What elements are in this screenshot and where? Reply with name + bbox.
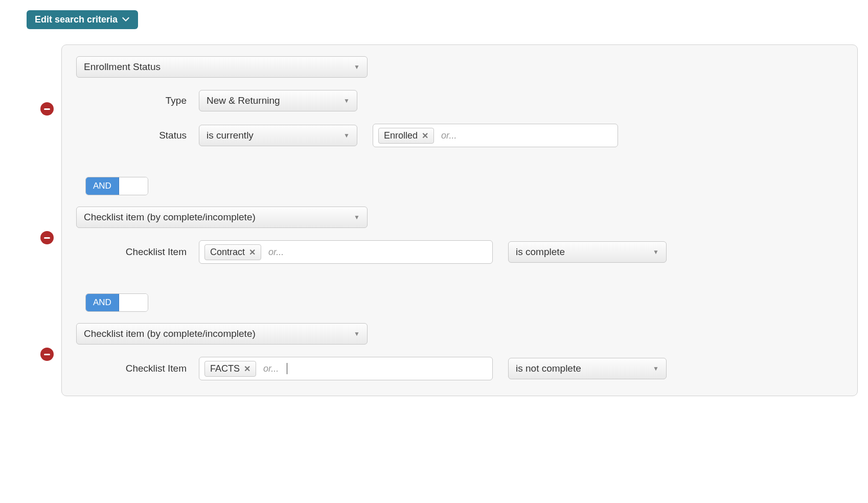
status-operator-select[interactable]: is currently ▼ xyxy=(199,125,357,146)
logic-toggle[interactable]: AND xyxy=(85,293,148,312)
tag-remove-icon[interactable]: ✕ xyxy=(249,247,256,257)
dropdown-arrow-icon: ▼ xyxy=(344,132,350,139)
status-tag: Enrolled ✕ xyxy=(378,128,434,144)
criteria-panel: Enrollment Status ▼ Type New & Returning… xyxy=(61,44,858,396)
checklist-operator-select[interactable]: is complete ▼ xyxy=(508,241,667,263)
edit-search-criteria-label: Edit search criteria xyxy=(35,14,118,25)
checklist-operator-value: is not complete xyxy=(516,363,581,374)
field-label-checklist-item: Checklist Item xyxy=(76,246,199,258)
tag-label: Contract xyxy=(210,247,245,258)
remove-criteria-icon[interactable] xyxy=(40,348,54,361)
dropdown-arrow-icon: ▼ xyxy=(344,97,350,104)
checklist-operator-value: is complete xyxy=(516,246,565,258)
category-select[interactable]: Checklist item (by complete/incomplete) … xyxy=(76,207,368,228)
field-row-type: Type New & Returning ▼ xyxy=(76,90,843,111)
category-select-value: Checklist item (by complete/incomplete) xyxy=(84,212,256,223)
field-label-status: Status xyxy=(76,130,199,141)
tag-label: Enrolled xyxy=(384,130,418,141)
checklist-tag-input[interactable]: Contract ✕ or... xyxy=(199,240,493,264)
logic-toggle-and: AND xyxy=(86,294,119,311)
tag-remove-icon[interactable]: ✕ xyxy=(422,131,428,141)
checklist-tag: FACTS ✕ xyxy=(204,361,256,377)
type-select[interactable]: New & Returning ▼ xyxy=(199,90,357,111)
type-select-value: New & Returning xyxy=(207,95,280,106)
edit-search-criteria-button[interactable]: Edit search criteria xyxy=(27,10,138,29)
text-cursor xyxy=(287,363,287,374)
dropdown-arrow-icon: ▼ xyxy=(653,365,659,372)
tag-placeholder: or... xyxy=(261,363,281,374)
logic-toggle-and: AND xyxy=(86,177,119,195)
dropdown-arrow-icon: ▼ xyxy=(354,63,360,71)
dropdown-arrow-icon: ▼ xyxy=(653,248,659,256)
checklist-tag: Contract ✕ xyxy=(204,244,261,260)
logic-toggle-empty xyxy=(119,177,148,195)
category-select[interactable]: Checklist item (by complete/incomplete) … xyxy=(76,323,368,345)
tag-label: FACTS xyxy=(210,363,240,374)
tag-remove-icon[interactable]: ✕ xyxy=(244,364,250,374)
dropdown-arrow-icon: ▼ xyxy=(354,214,360,221)
dropdown-arrow-icon: ▼ xyxy=(354,330,360,337)
field-row-checklist-item: Checklist Item Contract ✕ or... is compl… xyxy=(76,240,843,264)
status-operator-value: is currently xyxy=(207,130,254,141)
tag-placeholder: or... xyxy=(266,247,286,258)
field-label-type: Type xyxy=(76,95,199,106)
logic-toggle-empty xyxy=(119,294,148,311)
criteria-group: Checklist item (by complete/incomplete) … xyxy=(76,323,843,380)
remove-criteria-icon[interactable] xyxy=(40,102,54,116)
status-tag-input[interactable]: Enrolled ✕ or... xyxy=(373,124,618,147)
criteria-group: Enrollment Status ▼ Type New & Returning… xyxy=(76,56,843,147)
field-row-checklist-item: Checklist Item FACTS ✕ or... is not comp… xyxy=(76,357,843,380)
checklist-tag-input[interactable]: FACTS ✕ or... xyxy=(199,357,493,380)
category-select-value: Enrollment Status xyxy=(84,61,161,73)
logic-toggle[interactable]: AND xyxy=(85,177,148,195)
field-row-status: Status is currently ▼ Enrolled ✕ or... xyxy=(76,124,843,147)
chevron-down-icon xyxy=(122,16,130,24)
criteria-group: Checklist item (by complete/incomplete) … xyxy=(76,207,843,264)
category-select[interactable]: Enrollment Status ▼ xyxy=(76,56,368,78)
checklist-operator-select[interactable]: is not complete ▼ xyxy=(508,358,667,379)
field-label-checklist-item: Checklist Item xyxy=(76,363,199,374)
tag-placeholder: or... xyxy=(439,130,459,141)
remove-criteria-icon[interactable] xyxy=(40,231,54,244)
category-select-value: Checklist item (by complete/incomplete) xyxy=(84,328,256,339)
